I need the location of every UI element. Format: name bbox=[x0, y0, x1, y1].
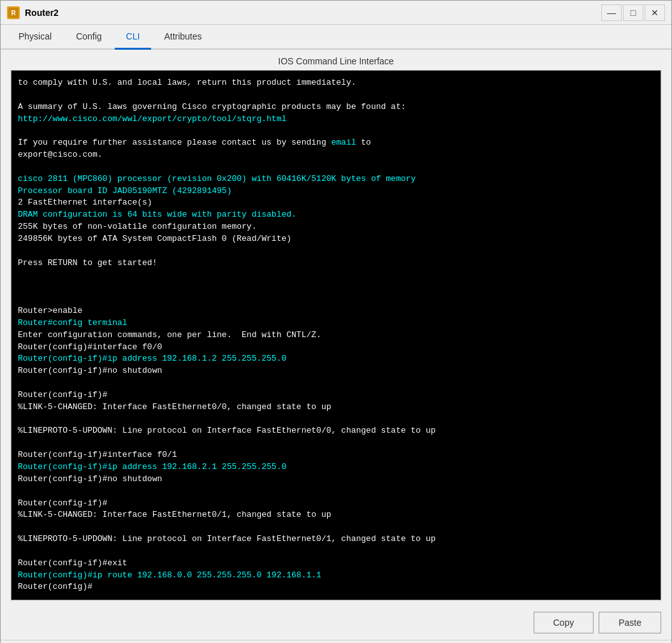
copy-button[interactable]: Copy bbox=[534, 612, 594, 633]
tab-attributes[interactable]: Attributes bbox=[152, 25, 213, 50]
title-bar: R Router2 — □ ✕ bbox=[1, 1, 671, 25]
tab-bar: Physical Config CLI Attributes bbox=[1, 25, 671, 50]
section-title: IOS Command Line Interface bbox=[1, 50, 671, 70]
main-window: R Router2 — □ ✕ Physical Config CLI Attr… bbox=[0, 0, 672, 643]
window-controls: — □ ✕ bbox=[601, 4, 665, 21]
tab-physical[interactable]: Physical bbox=[7, 25, 63, 50]
close-button[interactable]: ✕ bbox=[645, 4, 665, 21]
tab-config[interactable]: Config bbox=[64, 25, 113, 50]
svg-text:R: R bbox=[11, 10, 16, 17]
paste-button[interactable]: Paste bbox=[599, 612, 661, 633]
cli-container: to comply with U.S. and local laws, retu… bbox=[1, 70, 671, 605]
app-icon: R bbox=[7, 6, 20, 19]
button-bar: Copy Paste bbox=[1, 605, 671, 640]
window-title: Router2 bbox=[25, 8, 601, 18]
cli-terminal[interactable]: to comply with U.S. and local laws, retu… bbox=[11, 70, 661, 600]
maximize-button[interactable]: □ bbox=[623, 4, 643, 21]
terminal-text: to comply with U.S. and local laws, retu… bbox=[18, 78, 435, 591]
tab-cli[interactable]: CLI bbox=[115, 25, 152, 50]
minimize-button[interactable]: — bbox=[601, 4, 622, 21]
bottom-bar: Top CSDN @日星月云 bbox=[1, 640, 671, 643]
